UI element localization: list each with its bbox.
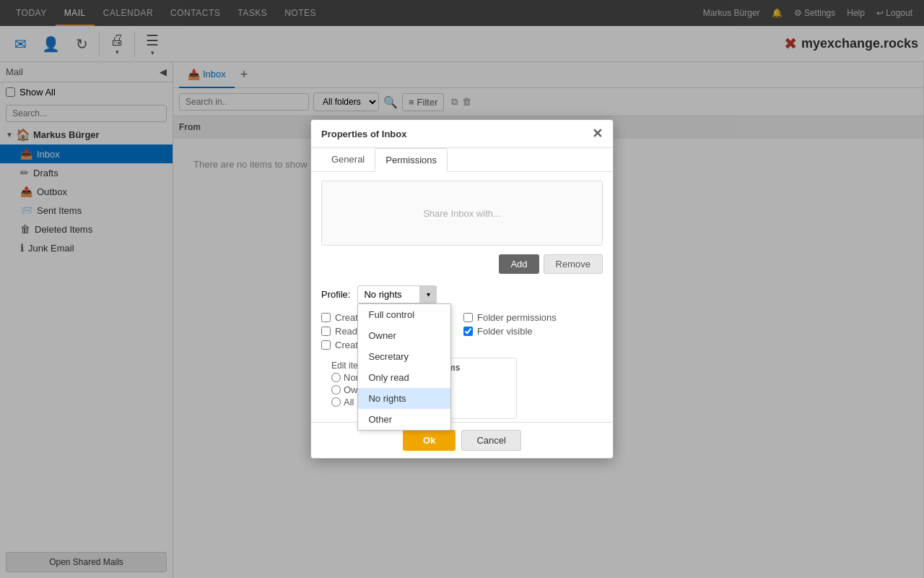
modal-close-button[interactable]: ✕ bbox=[592, 127, 603, 140]
profile-dropdown-menu: Full control Owner Secretary Only read N… bbox=[357, 303, 451, 431]
perm-folder-permissions-label: Folder permissions bbox=[477, 312, 557, 323]
dropdown-owner[interactable]: Owner bbox=[358, 325, 450, 346]
dropdown-secretary[interactable]: Secretary bbox=[358, 346, 450, 367]
edit-none-radio[interactable] bbox=[331, 373, 341, 382]
properties-modal: Properties of Inbox ✕ General Permission… bbox=[310, 119, 614, 459]
modal-tab-permissions[interactable]: Permissions bbox=[375, 148, 448, 172]
share-inbox-box: Share Inbox with... bbox=[321, 181, 603, 246]
perm-create-items-checkbox[interactable] bbox=[321, 313, 331, 322]
add-remove-row: Add Remove bbox=[311, 254, 613, 281]
edit-all-label: All bbox=[344, 397, 354, 407]
profile-select-wrap: ▾ Full control Owner Secretary Only read… bbox=[357, 285, 437, 303]
perm-read-items-checkbox[interactable] bbox=[321, 327, 331, 336]
perm-folder-visible-label: Folder visible bbox=[477, 326, 533, 337]
modal-overlay: Properties of Inbox ✕ General Permission… bbox=[0, 0, 924, 578]
dropdown-other[interactable]: Other bbox=[358, 409, 450, 430]
dropdown-only-read[interactable]: Only read bbox=[358, 367, 450, 388]
remove-button[interactable]: Remove bbox=[544, 254, 603, 274]
modal-footer: Ok Cancel bbox=[311, 422, 613, 458]
profile-dropdown-arrow[interactable]: ▾ bbox=[419, 285, 437, 303]
modal-tabs: General Permissions bbox=[311, 148, 613, 172]
cancel-button[interactable]: Cancel bbox=[461, 430, 520, 451]
modal-header: Properties of Inbox ✕ bbox=[311, 120, 613, 148]
profile-row: Profile: ▾ Full control Owner Secretary … bbox=[311, 281, 613, 308]
ok-button[interactable]: Ok bbox=[403, 430, 456, 451]
modal-tab-general[interactable]: General bbox=[321, 148, 375, 172]
profile-label: Profile: bbox=[321, 289, 350, 300]
dropdown-no-rights[interactable]: No rights bbox=[358, 388, 450, 409]
permissions-right-col: Folder permissions Folder visible bbox=[463, 312, 603, 350]
perm-folder-permissions-checkbox[interactable] bbox=[463, 313, 473, 322]
dropdown-full-control[interactable]: Full control bbox=[358, 304, 450, 325]
modal-title: Properties of Inbox bbox=[321, 129, 406, 139]
perm-create-subfolders-checkbox[interactable] bbox=[321, 340, 331, 350]
perm-folder-visible: Folder visible bbox=[463, 326, 603, 337]
perm-folder-visible-checkbox[interactable] bbox=[463, 327, 473, 336]
edit-all-radio[interactable] bbox=[331, 397, 341, 407]
edit-delete-row: Edit items None Own All bbox=[311, 355, 613, 422]
share-inbox-text: Share Inbox with... bbox=[423, 208, 501, 219]
add-button[interactable]: Add bbox=[499, 254, 539, 274]
edit-own-radio[interactable] bbox=[331, 385, 341, 394]
perm-folder-permissions: Folder permissions bbox=[463, 312, 603, 323]
permissions-grid: Create items Read items Create subfolder… bbox=[311, 308, 613, 355]
